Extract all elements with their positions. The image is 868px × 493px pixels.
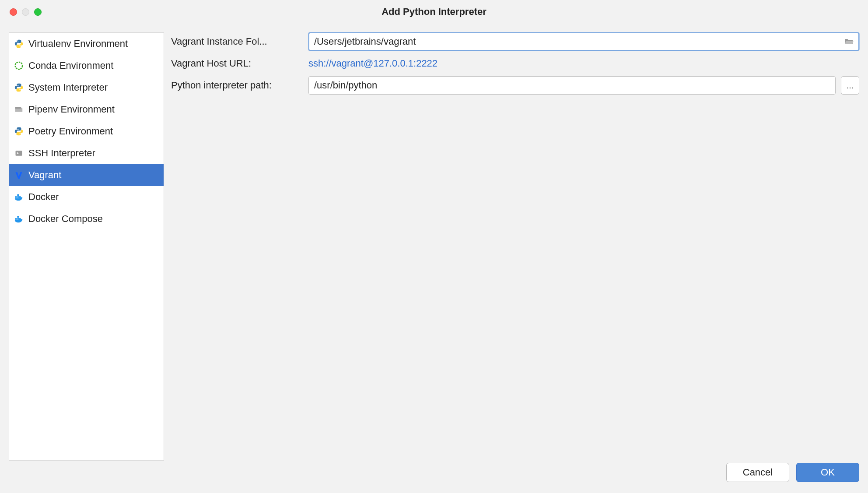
sidebar-item-vagrant[interactable]: Vagrant: [9, 164, 164, 186]
interpreter-path-label: Python interpreter path:: [171, 80, 308, 91]
window-title: Add Python Interpreter: [0, 6, 868, 18]
interpreter-path-input[interactable]: [308, 76, 836, 95]
sidebar-item-pipenv[interactable]: Pipenv Environment: [9, 99, 164, 120]
instance-folder-label: Vagrant Instance Fol...: [171, 36, 308, 47]
instance-folder-input[interactable]: [308, 32, 859, 51]
sidebar-item-label: System Interpreter: [28, 82, 108, 93]
conda-icon: [14, 60, 24, 71]
dialog-window: Add Python Interpreter Virtualenv Enviro…: [0, 0, 868, 493]
sidebar-item-label: Poetry Environment: [28, 126, 113, 137]
svg-point-2: [15, 62, 23, 70]
svg-rect-3: [16, 151, 22, 156]
cancel-button[interactable]: Cancel: [726, 463, 789, 482]
sidebar-item-label: Vagrant: [28, 169, 61, 181]
sidebar-item-conda[interactable]: Conda Environment: [9, 55, 164, 77]
row-host-url: Vagrant Host URL: ssh://vagrant@127.0.0.…: [171, 58, 859, 69]
close-window-button[interactable]: [10, 8, 17, 16]
dialog-button-bar: Cancel OK: [0, 461, 868, 493]
sidebar-item-label: Docker: [28, 191, 59, 203]
interpreter-type-sidebar: Virtualenv Environment Conda Environment…: [9, 32, 164, 461]
docker-compose-icon: [14, 214, 24, 224]
browse-folder-icon[interactable]: [843, 35, 855, 48]
host-url-link[interactable]: ssh://vagrant@127.0.0.1:2222: [308, 58, 438, 69]
svg-rect-9: [17, 218, 19, 220]
row-instance-folder: Vagrant Instance Fol...: [171, 32, 859, 51]
titlebar: Add Python Interpreter: [0, 0, 868, 24]
dialog-body: Virtualenv Environment Conda Environment…: [0, 24, 868, 461]
sidebar-item-label: Pipenv Environment: [28, 104, 115, 115]
svg-point-0: [17, 40, 18, 41]
host-url-label: Vagrant Host URL:: [171, 58, 308, 69]
sidebar-item-ssh[interactable]: SSH Interpreter: [9, 142, 164, 164]
ssh-icon: [14, 148, 24, 158]
sidebar-item-label: Virtualenv Environment: [28, 38, 128, 49]
sidebar-item-docker-compose[interactable]: Docker Compose: [9, 208, 164, 230]
minimize-window-button[interactable]: [22, 8, 29, 16]
window-controls: [0, 8, 42, 16]
sidebar-item-label: SSH Interpreter: [28, 148, 95, 159]
sidebar-item-system[interactable]: System Interpreter: [9, 77, 164, 99]
svg-rect-6: [17, 194, 19, 196]
svg-rect-4: [15, 196, 17, 198]
sidebar-item-label: Docker Compose: [28, 213, 103, 225]
python-icon: [14, 82, 24, 93]
browse-interpreter-button[interactable]: ...: [841, 76, 859, 95]
svg-rect-5: [17, 196, 19, 198]
svg-rect-11: [17, 216, 19, 218]
docker-icon: [14, 192, 24, 202]
sidebar-item-label: Conda Environment: [28, 60, 113, 71]
svg-rect-8: [15, 218, 17, 220]
svg-point-1: [20, 46, 21, 47]
vagrant-icon: [14, 170, 24, 180]
python-icon: [14, 126, 24, 137]
python-icon: [14, 39, 24, 49]
ok-button[interactable]: OK: [796, 463, 859, 482]
row-interpreter-path: Python interpreter path: ...: [171, 76, 859, 95]
maximize-window-button[interactable]: [34, 8, 42, 16]
sidebar-item-virtualenv[interactable]: Virtualenv Environment: [9, 33, 164, 55]
sidebar-item-poetry[interactable]: Poetry Environment: [9, 120, 164, 142]
pipenv-icon: [14, 104, 24, 115]
sidebar-item-docker[interactable]: Docker: [9, 186, 164, 208]
form-panel: Vagrant Instance Fol... Vagrant Host URL…: [168, 32, 859, 461]
